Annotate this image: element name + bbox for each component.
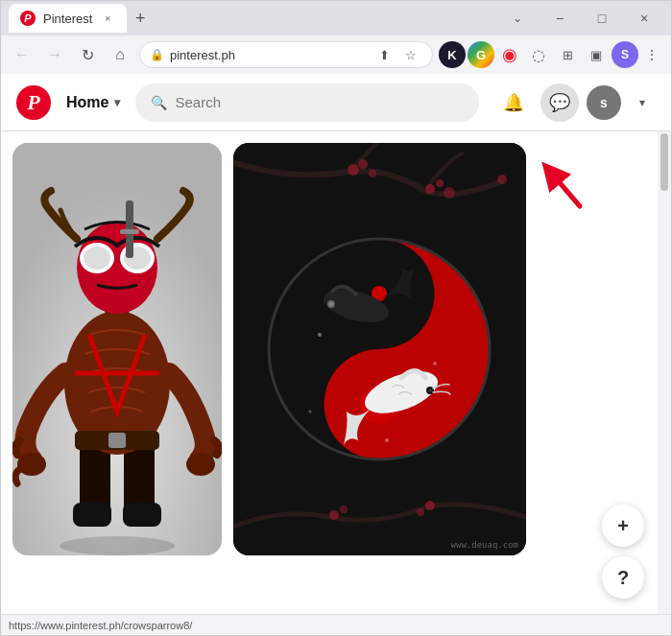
home-chevron-icon: ▾ <box>114 96 120 109</box>
sidebar-toggle[interactable]: ▣ <box>583 41 610 68</box>
back-button[interactable]: ← <box>9 41 36 68</box>
svg-point-27 <box>425 184 435 194</box>
svg-point-49 <box>385 438 389 442</box>
svg-point-33 <box>425 501 435 510</box>
share-icon[interactable]: ⬆ <box>372 43 396 66</box>
home-dropdown[interactable]: Home ▾ <box>66 94 120 111</box>
svg-rect-7 <box>123 503 161 527</box>
title-bar: P Pinterest × + ⌄ − □ × <box>1 1 671 35</box>
refresh-button[interactable]: ↻ <box>74 41 101 68</box>
search-bar[interactable]: 🔍 Search <box>135 83 479 122</box>
extension-puzzle[interactable]: ⊞ <box>554 41 581 68</box>
extension-button-g[interactable]: G <box>468 41 494 68</box>
pinterest-content: www.deuaq.com + ? <box>1 131 671 614</box>
svg-point-29 <box>444 187 455 199</box>
svg-point-11 <box>17 453 46 476</box>
notification-button[interactable]: 🔔 <box>494 83 533 122</box>
browser-scrollbar[interactable] <box>658 131 671 614</box>
pinterest-app: P Home ▾ 🔍 Search 🔔 💬 s <box>1 74 671 614</box>
status-url: https://www.pinterest.ph/crowsparrow8/ <box>9 620 192 631</box>
search-placeholder: Search <box>175 94 221 110</box>
bookmark-icon[interactable]: ☆ <box>399 43 422 66</box>
message-icon: 💬 <box>549 92 570 113</box>
svg-rect-22 <box>120 229 139 234</box>
svg-point-47 <box>318 333 322 337</box>
pinterest-logo[interactable]: P <box>16 85 51 120</box>
maximize-button[interactable]: □ <box>583 5 621 32</box>
svg-point-31 <box>329 510 339 520</box>
pinterest-nav: P Home ▾ 🔍 Search 🔔 💬 s <box>1 74 671 131</box>
tab-bar: P Pinterest × + <box>9 1 491 35</box>
browser-extensions: K G ◉ ◌ ⊞ ▣ S ⋮ <box>439 41 663 68</box>
close-button[interactable]: × <box>625 5 663 32</box>
message-button[interactable]: 💬 <box>540 83 579 122</box>
nav-actions: 🔔 💬 s ▾ <box>494 83 656 122</box>
address-bar: ← → ↻ ⌂ 🔒 pinterest.ph ⬆ ☆ K G ◉ ◌ ⊞ ▣ S… <box>1 35 671 74</box>
search-icon: 🔍 <box>151 95 167 110</box>
svg-point-28 <box>436 179 444 187</box>
svg-point-3 <box>60 536 175 555</box>
svg-point-30 <box>497 175 507 184</box>
svg-point-34 <box>417 508 424 516</box>
notification-icon: 🔔 <box>503 92 524 113</box>
svg-rect-10 <box>108 433 126 448</box>
add-fab-button[interactable]: + <box>602 505 644 547</box>
home-button[interactable]: ⌂ <box>107 41 133 68</box>
svg-point-26 <box>369 170 376 177</box>
browser-menu-button[interactable]: ⋮ <box>640 43 663 66</box>
expand-control-button[interactable]: ⌄ <box>498 5 537 32</box>
watermark: www.deuaq.com <box>451 540 518 550</box>
scrollbar-thumb[interactable] <box>660 133 668 191</box>
svg-rect-6 <box>73 503 111 527</box>
svg-point-19 <box>84 247 110 270</box>
nav-expand-button[interactable]: ▾ <box>629 89 656 116</box>
browser-window: P Pinterest × + ⌄ − □ × ← → ↻ ⌂ 🔒 pinter… <box>0 0 672 636</box>
active-tab[interactable]: P Pinterest × <box>9 4 127 33</box>
window-controls: ⌄ − □ × <box>498 5 663 32</box>
pin-card-left[interactable] <box>12 143 222 555</box>
tab-title: Pinterest <box>43 12 92 26</box>
tab-favicon: P <box>20 11 36 26</box>
minimize-button[interactable]: − <box>540 5 579 32</box>
expand-chevron-icon: ▾ <box>639 96 645 109</box>
svg-point-48 <box>433 362 437 365</box>
new-tab-button[interactable]: + <box>127 5 154 32</box>
svg-point-12 <box>186 453 215 476</box>
svg-point-25 <box>358 159 368 169</box>
lock-icon: 🔒 <box>150 48 164 61</box>
forward-button[interactable]: → <box>41 41 68 68</box>
tab-close-button[interactable]: × <box>100 11 115 26</box>
pin-card-right[interactable]: www.deuaq.com <box>233 143 526 555</box>
extension-button-k[interactable]: K <box>439 41 466 68</box>
url-actions: ⬆ ☆ <box>372 43 422 66</box>
url-bar[interactable]: 🔒 pinterest.ph ⬆ ☆ <box>139 41 433 68</box>
status-bar: https://www.pinterest.ph/crowsparrow8/ <box>1 614 671 635</box>
svg-point-46 <box>329 302 333 306</box>
fab-container: + ? <box>602 505 644 599</box>
svg-point-43 <box>428 389 432 392</box>
svg-point-24 <box>348 164 359 176</box>
extension-button-tails[interactable]: ◌ <box>525 41 552 68</box>
extension-button-opera[interactable]: ◉ <box>496 41 523 68</box>
svg-point-50 <box>309 411 312 413</box>
browser-profile-button[interactable]: S <box>612 41 638 68</box>
help-fab-button[interactable]: ? <box>602 556 644 599</box>
profile-button[interactable]: s <box>587 85 621 120</box>
profile-label: s <box>600 95 608 110</box>
svg-point-32 <box>340 506 348 513</box>
pins-grid: www.deuaq.com <box>12 143 660 555</box>
home-label: Home <box>66 94 108 111</box>
url-text: pinterest.ph <box>170 48 367 62</box>
